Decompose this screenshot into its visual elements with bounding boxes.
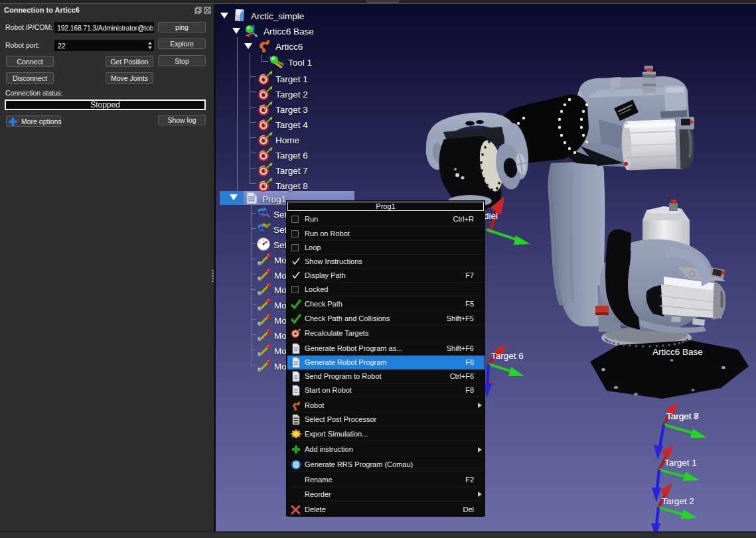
svg-text:diel: diel — [484, 211, 498, 221]
svg-text:Target 6: Target 6 — [491, 351, 524, 361]
svg-text:Articc6 Base: Articc6 Base — [652, 347, 703, 357]
svg-text:Target 8: Target 8 — [666, 411, 699, 421]
svg-text:Target 1: Target 1 — [664, 458, 697, 468]
svg-text:Target 2: Target 2 — [662, 496, 694, 506]
